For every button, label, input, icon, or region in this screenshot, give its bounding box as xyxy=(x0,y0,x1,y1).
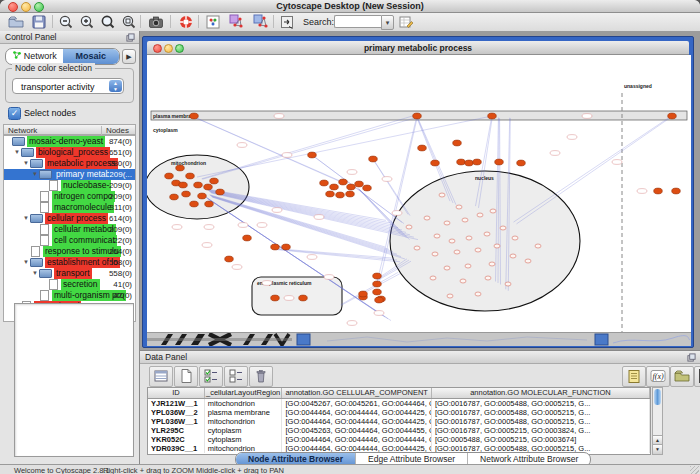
tree-row[interactable]: ▼metabolic process280(0) xyxy=(4,158,135,169)
network-node[interactable] xyxy=(457,159,466,165)
table-cell[interactable]: mitochondrion xyxy=(205,417,283,426)
network-node[interactable] xyxy=(414,246,420,250)
network-node[interactable] xyxy=(434,234,440,238)
table-cell[interactable]: mitochondrion xyxy=(205,399,283,408)
network-node[interactable] xyxy=(484,232,490,236)
help-ring-icon[interactable] xyxy=(178,14,195,30)
dp-function-icon[interactable]: f(x) xyxy=(646,366,670,387)
column-header[interactable]: annotation.GO CELLULAR_COMPONENT xyxy=(282,388,431,398)
network-node[interactable] xyxy=(505,282,511,286)
network-node[interactable] xyxy=(477,213,483,217)
table-row[interactable]: YKR052Ccytoplasm[GO:0044464, GO:0044446,… xyxy=(148,435,650,444)
network-node[interactable] xyxy=(488,113,497,119)
network-node[interactable] xyxy=(431,160,440,166)
camera-icon[interactable] xyxy=(148,14,165,30)
tree-row[interactable]: nitrogen compo209(0) xyxy=(4,191,135,202)
layout-tree-icon[interactable] xyxy=(253,14,270,30)
network-node[interactable] xyxy=(444,266,450,270)
table-cell[interactable]: [GO:0016787, GO:0005488, GO:0005215, G..… xyxy=(432,408,650,417)
network-node[interactable] xyxy=(216,189,225,195)
network-node[interactable] xyxy=(347,184,356,190)
dp-heatmap-icon[interactable] xyxy=(694,366,700,387)
birds-eye-view[interactable] xyxy=(14,303,134,457)
network-node[interactable] xyxy=(432,252,438,256)
network-canvas[interactable]: plasma membranecytoplasmmitochondrionnuc… xyxy=(147,55,691,332)
network-node[interactable] xyxy=(186,173,195,179)
network-node[interactable] xyxy=(424,216,430,220)
scroll-down-icon[interactable]: ▼ xyxy=(653,444,662,454)
search-input[interactable] xyxy=(334,15,381,28)
open-folder-icon[interactable] xyxy=(8,14,25,30)
table-cell[interactable]: cytoplasm xyxy=(205,435,283,444)
network-node[interactable] xyxy=(447,294,453,298)
network-node[interactable] xyxy=(165,173,174,179)
network-node[interactable] xyxy=(460,279,466,283)
table-cell[interactable]: [GO:0044464, GO:0044446, GO:0044444, G..… xyxy=(282,435,431,444)
tree-row[interactable]: ▼primary metabo209(... xyxy=(4,169,135,180)
network-node[interactable] xyxy=(465,160,474,166)
network-node[interactable] xyxy=(179,182,188,188)
network-node[interactable] xyxy=(456,205,462,209)
network-node[interactable] xyxy=(176,165,185,171)
network-node[interactable] xyxy=(525,259,531,263)
tree-row[interactable]: cellular metabol209(0) xyxy=(4,224,135,235)
network-node[interactable] xyxy=(339,179,348,185)
network-node[interactable] xyxy=(672,188,681,194)
network-node[interactable] xyxy=(369,156,378,162)
network-view-window[interactable]: primary metabolic process plasma membran… xyxy=(142,36,694,348)
tree-row[interactable]: ▼transport558(0) xyxy=(4,268,135,279)
network-node[interactable] xyxy=(490,209,496,213)
network-node[interactable] xyxy=(326,191,335,197)
title-bar[interactable]: Cytoscape Desktop (New Session) xyxy=(0,0,700,13)
network-node[interactable] xyxy=(308,152,317,158)
table-cell[interactable]: YJR121W__1 xyxy=(148,399,205,408)
more-tabs-button[interactable]: ▶ xyxy=(122,49,136,64)
select-nodes-checkbox[interactable]: ✓ xyxy=(8,107,21,120)
network-node[interactable] xyxy=(465,264,471,268)
network-node[interactable] xyxy=(243,235,252,241)
table-cell[interactable]: YPL036W__2 xyxy=(148,408,205,417)
dp-new-doc-icon[interactable] xyxy=(174,366,198,387)
network-node[interactable] xyxy=(282,244,291,250)
table-cell[interactable]: [GO:0045263, GO:0044464, GO:0044455, G..… xyxy=(282,426,431,435)
network-node[interactable] xyxy=(299,295,308,301)
table-row[interactable]: YPL036W__1mitochondrion[GO:0044464, GO:0… xyxy=(148,417,650,426)
zoom-in-icon[interactable] xyxy=(79,14,96,30)
network-node[interactable] xyxy=(462,218,468,222)
attribute-batch-icon[interactable] xyxy=(398,14,415,30)
table-row[interactable]: YPL036W__2plasma membrane[GO:0044464, GO… xyxy=(148,408,650,417)
network-node[interactable] xyxy=(373,281,382,287)
network-node[interactable] xyxy=(494,244,500,248)
zoom-out-icon[interactable] xyxy=(58,14,75,30)
column-header[interactable]: annotation.GO MOLECULAR_FUNCTION xyxy=(432,388,650,398)
network-node[interactable] xyxy=(668,113,677,119)
network-node[interactable] xyxy=(418,145,427,151)
network-node[interactable] xyxy=(204,184,213,190)
save-icon[interactable] xyxy=(31,14,48,30)
network-node[interactable] xyxy=(355,181,364,187)
network-node[interactable] xyxy=(535,244,541,248)
table-cell[interactable]: [GO:0016787, GO:0005488, GO:0005215, G..… xyxy=(432,417,650,426)
network-node[interactable] xyxy=(406,225,412,229)
network-node[interactable] xyxy=(375,297,384,303)
table-cell[interactable]: [GO:0016787, GO:0005488, GO:0005215, G..… xyxy=(432,399,650,408)
tree-row[interactable]: macromolecule311(0) xyxy=(4,202,135,213)
table-cell[interactable]: [GO:0016787, GO:0005215, GO:0003824, G..… xyxy=(432,426,650,435)
tab-network[interactable]: Network xyxy=(6,49,63,64)
network-node[interactable] xyxy=(430,276,436,280)
network-node[interactable] xyxy=(453,140,462,146)
tree-row[interactable]: ▼biological_process651(0) xyxy=(4,147,135,158)
tab-mosaic[interactable]: Mosaic xyxy=(63,49,120,64)
network-node[interactable] xyxy=(485,276,491,280)
float-panel-icon[interactable] xyxy=(126,33,135,42)
dp-trash-icon[interactable] xyxy=(249,366,273,387)
network-node[interactable] xyxy=(489,262,495,266)
zoom-fit-icon[interactable] xyxy=(100,14,117,30)
tree-row[interactable]: response to stimulu264(0) xyxy=(4,246,135,257)
network-node[interactable] xyxy=(444,221,450,225)
table-cell[interactable]: [GO:0044464, GO:0044444, GO:0044425, G..… xyxy=(282,408,431,417)
zoom-region-icon[interactable] xyxy=(121,14,138,30)
network-node[interactable] xyxy=(495,159,504,165)
table-cell[interactable]: YLR295C xyxy=(148,426,205,435)
float-panel-icon[interactable] xyxy=(687,353,696,362)
